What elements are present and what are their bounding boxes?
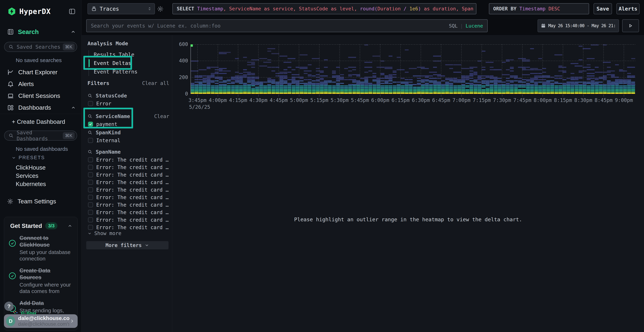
presets-toggle[interactable]: PRESETS [12,155,45,160]
create-dashboard-button[interactable]: + Create Dashboard [12,118,65,125]
chevron-up-icon[interactable] [68,224,72,228]
filter-option-label: Error: The credit card … [96,210,169,215]
help-button[interactable]: ? [4,302,14,311]
clear-all-filters-button[interactable]: Clear all [142,80,169,86]
checkbox-icon[interactable] [88,101,93,106]
search-icon[interactable] [88,149,92,154]
alerts-button[interactable]: Alerts [616,3,640,14]
analysis-mode-option[interactable]: Event Deltas [89,59,164,68]
collapse-sidebar-icon[interactable] [68,8,76,15]
filter-option[interactable]: Error: The credit card … [88,171,169,178]
save-button[interactable]: Save [594,3,612,14]
filter-option[interactable]: Error: The credit card … [88,224,169,231]
sql-token: ) [418,6,421,12]
sidebar-item-team-settings[interactable]: Team Settings [7,198,56,205]
get-started-header[interactable]: Get Started 3/3 [4,217,78,233]
more-filters-button[interactable]: More filters [86,241,168,249]
filter-option[interactable]: Error: The credit card … [88,178,169,186]
show-more-button[interactable]: Show more [88,230,122,236]
saved-searches-input[interactable]: Saved Searches ⌘K [4,42,77,52]
get-started-title: Get Started [10,222,42,229]
filter-option[interactable]: Error: The credit card … [88,208,169,216]
x-axis-tick [502,94,502,96]
search-icon[interactable] [88,114,92,119]
get-started-item-title: Add Data [20,300,73,306]
filter-option[interactable]: Internal [88,137,169,144]
search-section-label: Search [18,28,39,36]
filter-group-name[interactable]: SpanKind [96,130,121,136]
filter-option[interactable]: Error: The credit card … [88,201,169,208]
x-axis-tick [400,94,401,96]
analysis-mode-option[interactable]: Event Patterns [89,68,164,76]
user-menu[interactable]: D dale@clickhouse.com dale@clickhouse.co… [4,314,78,328]
sidebar-item-dashboards[interactable]: Dashboards [7,104,76,111]
filter-option[interactable]: Error: The credit card … [88,194,169,201]
source-select[interactable]: Traces [88,3,155,14]
checkbox-icon[interactable] [88,172,93,177]
sidebar-item-search[interactable]: Search [7,28,76,36]
filter-option[interactable]: Error: The credit card … [88,164,169,171]
x-axis-tick [258,94,259,96]
sql-token: ( [374,6,377,12]
chevron-down-icon [88,231,92,236]
get-started-item[interactable]: Connect to ClickHouse Set up your databa… [8,235,73,262]
checkbox-icon[interactable] [88,225,93,230]
checkbox-icon[interactable] [88,157,93,162]
sql-orderby-input[interactable]: ORDER BY Timestamp DESC [489,3,589,14]
filter-group-clear-button[interactable]: Clear [154,114,169,119]
checkbox-icon[interactable] [88,187,93,192]
checkbox-icon[interactable] [88,122,93,127]
checkbox-icon[interactable] [88,165,93,170]
chevron-up-icon[interactable] [70,29,76,34]
event-search-input[interactable]: Search your events w/ Lucene ex. column:… [86,19,488,32]
filter-group-name[interactable]: SpanName [96,149,121,155]
search-section-icon [7,28,14,35]
preset-dashboard-link[interactable]: Kubernetes [16,181,46,188]
chevron-up-icon[interactable] [71,105,76,110]
checkbox-icon[interactable] [88,217,93,222]
sidebar-item-chart-explorer[interactable]: Chart Explorer [7,69,76,76]
filter-option[interactable]: payment [88,120,169,128]
filter-option[interactable]: Error: The credit card … [88,156,169,164]
analysis-mode-option-label: Event Deltas [94,60,131,66]
get-started-item[interactable]: Create Data Sources Configure where your… [8,267,73,294]
avatar: D [6,316,15,326]
nav-label: Alerts [18,80,34,88]
gear-icon[interactable] [157,5,164,12]
x-axis-tick-label: 8:00pm [532,97,553,103]
x-axis-tick-label: 7:15pm [472,97,492,103]
time-range-picker[interactable]: May 26 15:40:00 - May 26 21:10:00 [538,19,619,32]
filter-option[interactable]: Error [88,100,169,107]
sidebar-item-client-sessions[interactable]: Client Sessions [7,92,76,99]
filter-group-name[interactable]: StatusCode [96,93,127,99]
sidebar-item-alerts[interactable]: Alerts [7,80,76,88]
filter-group-name[interactable]: ServiceName [96,113,130,119]
run-query-button[interactable] [622,19,639,32]
chart-panel: 6004002000 3:45pm4:00pm4:15pm4:30pm4:45p… [172,35,644,332]
filter-option[interactable]: Error: The credit card … [88,186,169,194]
checkbox-icon[interactable] [88,180,93,185]
preset-dashboard-link[interactable]: Services [16,172,38,179]
analysis-mode-option[interactable]: Results Table [89,50,164,59]
checkbox-icon[interactable] [88,138,93,143]
x-axis-tick [380,94,380,96]
x-axis-tick-label: 5:00pm [289,97,309,103]
sql-token: DESC [546,6,560,12]
checkbox-icon[interactable] [88,202,93,207]
saved-dashboards-input[interactable]: Saved Dashboards ⌘K [4,130,77,140]
search-icon[interactable] [88,130,92,135]
filter-option[interactable]: Error: The credit card … [88,216,169,224]
lucene-mode-button[interactable]: Lucene [466,23,483,28]
duration-heatmap[interactable] [190,44,635,94]
nav-label: Dashboards [18,104,51,111]
sql-mode-button[interactable]: SQL [449,23,458,28]
sql-select-input[interactable]: SELECT Timestamp, ServiceName as service… [172,3,476,14]
filter-option-label: Error: The credit card … [96,164,169,170]
preset-dashboard-link[interactable]: ClickHouse [16,164,46,171]
filter-group-header: StatusCode [88,93,169,99]
chart-line-icon [7,69,14,76]
checkbox-icon[interactable] [88,195,93,200]
search-icon[interactable] [88,93,92,98]
team-settings-label: Team Settings [18,198,56,205]
checkbox-icon[interactable] [88,210,93,215]
